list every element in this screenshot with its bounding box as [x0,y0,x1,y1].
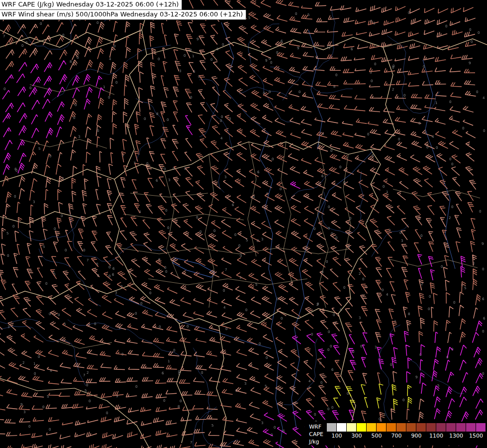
svg-text:5: 5 [6,231,8,235]
svg-text:0: 0 [190,96,192,100]
svg-text:0: 0 [326,260,328,264]
svg-text:0: 0 [320,381,322,385]
svg-text:0: 0 [135,312,137,316]
svg-text:0: 0 [165,209,167,213]
svg-text:0: 0 [272,157,274,161]
svg-text:2: 2 [421,282,423,286]
svg-text:0: 0 [61,214,63,218]
svg-text:0: 0 [451,205,453,209]
svg-text:0: 0 [180,399,182,403]
svg-text:0: 0 [164,167,166,171]
svg-text:6: 6 [112,273,114,277]
svg-text:4: 4 [308,379,311,383]
svg-text:0: 0 [335,73,337,77]
legend-swatch [337,423,347,432]
svg-text:0: 0 [469,28,471,32]
legend-swatch [406,423,416,432]
svg-text:1: 1 [168,359,170,363]
svg-text:0: 0 [163,399,165,403]
svg-text:7: 7 [225,268,227,272]
svg-text:3: 3 [115,291,117,295]
svg-text:0: 0 [210,58,212,62]
svg-text:0: 0 [54,227,56,231]
svg-text:0: 0 [221,115,223,119]
legend-swatch [466,423,476,432]
legend-model-label: WRF [309,423,323,431]
svg-text:0: 0 [471,40,473,44]
svg-text:5: 5 [255,283,257,287]
svg-text:3: 3 [261,421,263,425]
svg-text:4: 4 [432,135,434,139]
svg-text:7: 7 [328,46,330,50]
svg-text:0: 0 [266,356,268,360]
svg-text:4: 4 [223,306,226,310]
svg-text:0: 0 [281,317,283,321]
svg-text:0: 0 [420,234,422,238]
svg-text:0: 0 [196,216,198,220]
title-block: WRF CAPE (J/kg) Wednesday 03-12-2025 06:… [0,0,246,20]
svg-text:0: 0 [223,289,225,293]
svg-text:3: 3 [23,410,25,414]
svg-text:0: 0 [12,224,14,228]
svg-text:0: 0 [201,371,203,375]
svg-text:0: 0 [89,399,91,403]
svg-text:0: 0 [14,195,16,199]
svg-text:0: 0 [418,217,420,221]
svg-text:0: 0 [220,119,222,123]
svg-text:0: 0 [158,57,160,61]
svg-text:8: 8 [408,312,410,316]
svg-text:0: 0 [449,100,451,104]
svg-text:0: 0 [173,348,175,352]
svg-text:4: 4 [483,96,485,100]
svg-text:0: 0 [140,302,142,306]
svg-text:0: 0 [274,426,276,430]
svg-text:0: 0 [42,405,44,409]
svg-text:0: 0 [45,282,47,286]
svg-text:0: 0 [449,157,451,161]
svg-text:0: 0 [445,24,447,28]
legend-swatch [327,423,337,432]
svg-text:3: 3 [33,200,35,204]
svg-text:0: 0 [314,413,316,417]
svg-text:5: 5 [248,16,250,20]
svg-text:0: 0 [327,407,329,411]
svg-text:7: 7 [87,258,89,262]
svg-text:0: 0 [313,227,315,231]
svg-text:0: 0 [216,47,218,51]
svg-text:0: 0 [34,372,36,376]
svg-text:0: 0 [441,265,443,269]
legend-unit-label: J/kg [309,438,323,446]
svg-text:0: 0 [331,406,333,410]
svg-text:9: 9 [297,46,299,50]
svg-text:3: 3 [179,69,181,73]
map-canvas: 8006060000030006099000050020000601010640… [0,0,487,448]
svg-text:0: 0 [330,149,332,153]
svg-text:9: 9 [265,59,267,63]
svg-text:0: 0 [383,185,385,189]
svg-text:3: 3 [359,316,361,320]
svg-text:0: 0 [149,291,151,295]
svg-text:0: 0 [108,96,110,100]
svg-text:0: 0 [478,31,480,35]
svg-text:0: 0 [164,266,166,270]
svg-text:0: 0 [390,363,392,367]
svg-text:6: 6 [232,203,234,207]
map-background [0,0,487,448]
svg-text:0: 0 [483,129,485,133]
svg-text:0: 0 [269,90,271,94]
legend-swatch [416,423,426,432]
svg-text:0: 0 [97,129,99,133]
svg-text:0: 0 [240,254,242,258]
svg-text:0: 0 [367,132,369,136]
svg-text:1: 1 [366,219,368,223]
svg-text:0: 0 [347,392,349,396]
svg-text:2: 2 [449,216,451,220]
svg-text:8: 8 [70,60,72,64]
svg-text:3: 3 [389,228,390,232]
svg-text:6: 6 [112,267,115,271]
svg-text:0: 0 [403,94,405,98]
legend-swatch [367,423,377,432]
legend-swatch [357,423,367,432]
legend-tick: 300 [352,433,362,439]
svg-text:3: 3 [168,178,170,182]
